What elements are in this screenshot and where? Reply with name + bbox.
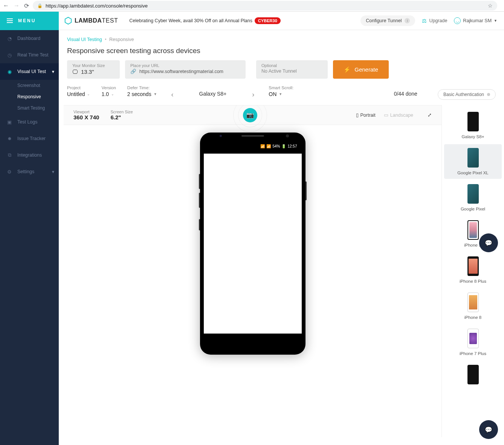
link-icon: ⧉	[6, 152, 13, 158]
version-select[interactable]: Version 1.0⌄	[101, 85, 116, 97]
smart-scroll-select[interactable]: Smart Scroll: ON▼	[269, 85, 293, 97]
sidebar-item-visualuitest[interactable]: ◉Visual UI Test▼	[0, 63, 59, 80]
prev-device-button[interactable]: ‹	[168, 91, 177, 99]
device-thumb-icon	[467, 220, 479, 240]
breadcrumb-separator: •	[105, 37, 106, 42]
device-card-next[interactable]	[444, 361, 502, 391]
project-select[interactable]: Project Untitled⌄	[67, 85, 90, 97]
menu-label: MENU	[18, 18, 36, 23]
progress-text: 0/44 done	[394, 85, 417, 97]
device-card-pixelxl[interactable]: Google Pixel XL	[444, 144, 502, 179]
back-icon[interactable]: ←	[3, 2, 9, 9]
status-time: 12:57	[287, 144, 297, 148]
volume-down-button	[199, 193, 200, 208]
user-menu[interactable]: ◡ Rajkumar SM ▼	[454, 17, 497, 24]
logo[interactable]: LAMBDATEST	[59, 17, 123, 25]
tunnel-value: No Active Tunnel	[261, 69, 297, 74]
chat-icon: 💬	[485, 426, 492, 433]
speaker-icon	[241, 135, 264, 137]
tunnel-select-box[interactable]: Optional No Active Tunnel	[256, 60, 328, 79]
device-thumb-icon	[467, 293, 479, 312]
eye-icon: ◉	[6, 68, 13, 75]
url-label: Place your URL	[130, 63, 240, 68]
sidebar-item-realtimetest[interactable]: ◷Real Time Test	[0, 47, 59, 63]
chevron-down-icon: ⌄	[87, 92, 90, 96]
monitor-label: Your Monitor Size	[72, 63, 115, 68]
configure-tunnel-button[interactable]: Configure Tunnel i	[360, 15, 415, 26]
device-card-galaxys8plus[interactable]: Galaxy S8+	[444, 108, 502, 143]
chevron-down-icon: ▼	[494, 19, 497, 23]
device-status-bar: 📶 📶 54% 🔋 12:57	[204, 139, 302, 154]
gear-icon: ⚙	[6, 168, 13, 175]
info-icon: i	[405, 18, 410, 23]
tunnel-label: Configure Tunnel	[366, 18, 402, 23]
sidebar: ◔Dashboard ◷Real Time Test ◉Visual UI Te…	[0, 30, 59, 445]
power-button	[305, 181, 307, 200]
chat-bubble[interactable]: 💬	[479, 420, 498, 439]
url-value: https://www.softwaretestingmaterial.com	[139, 69, 223, 74]
main-content: Visual UI Testing • Responsive Responsiv…	[59, 30, 504, 445]
url-input-box[interactable]: Place your URL 🔗https://www.softwaretest…	[125, 60, 246, 79]
star-icon[interactable]: ☆	[488, 3, 493, 9]
sidebar-item-integrations[interactable]: ⧉Integrations	[0, 147, 59, 163]
device-card-iphone7plus[interactable]: iPhone 7 Plus	[444, 325, 502, 360]
viewport-info: Viewport 360 X 740	[73, 110, 99, 120]
wifi-icon: 📶	[260, 144, 265, 148]
device-card-iphone8[interactable]: iPhone 8	[444, 289, 502, 323]
gauge-icon: ◔	[6, 35, 13, 42]
device-card-iphone8plus[interactable]: iPhone 8 Plus	[444, 253, 502, 287]
screenshot-button[interactable]: 📷	[243, 108, 257, 122]
forward-icon[interactable]: →	[14, 2, 20, 9]
page-title: Responsive screen testing across devices	[59, 44, 504, 60]
device-card-pixel[interactable]: Google Pixel	[444, 180, 502, 215]
volume-up-button	[199, 174, 200, 189]
device-thumb-icon	[467, 365, 479, 384]
sidebar-subitem-screenshot[interactable]: Screenshot	[0, 80, 59, 91]
bixby-button	[199, 219, 200, 230]
promo-code[interactable]: CYBER30	[255, 17, 281, 24]
chat-icon: 💬	[485, 239, 492, 247]
camera-icon: 📷	[246, 111, 254, 119]
settings-row: Project Untitled⌄ Version 1.0⌄ Defer Tim…	[59, 84, 504, 105]
preview-toolbar: Viewport 360 X 740 Screen Size 6.2" 📷	[64, 105, 441, 125]
device-screen[interactable]: 📶 📶 54% 🔋 12:57	[204, 139, 302, 349]
device-thumb-icon	[467, 256, 479, 276]
sidebar-item-dashboard[interactable]: ◔Dashboard	[0, 30, 59, 47]
landscape-toggle[interactable]: ▭Landscape	[384, 112, 413, 118]
logo-thin: TEST	[102, 17, 118, 24]
upgrade-link[interactable]: ⚖ Upgrade	[422, 18, 447, 24]
next-device-button[interactable]: ›	[249, 91, 257, 99]
logo-icon	[64, 17, 72, 25]
chat-bubble[interactable]: 💬	[479, 233, 498, 252]
generate-button[interactable]: ⚡ Generate	[333, 60, 389, 79]
toggle-indicator	[487, 93, 490, 96]
reload-icon[interactable]: ⟳	[24, 2, 29, 9]
bolt-icon: ⚡	[344, 66, 351, 73]
upgrade-icon: ⚖	[422, 18, 427, 24]
device-thumb-icon	[467, 329, 479, 348]
sidebar-item-issuetracker[interactable]: ✹Issue Tracker	[0, 130, 59, 147]
cube-icon: ▣	[6, 119, 13, 125]
breadcrumb-link[interactable]: Visual UI Testing	[67, 37, 102, 42]
portrait-toggle[interactable]: ▯Portrait	[356, 112, 376, 118]
device-picker[interactable]: Galaxy S8+ Google Pixel XL Google Pixel …	[441, 105, 504, 437]
screensize-info: Screen Size 6.2"	[110, 110, 133, 120]
sidebar-item-testlogs[interactable]: ▣Test Logs	[0, 114, 59, 130]
sidebar-item-settings[interactable]: ⚙Settings▼	[0, 163, 59, 180]
battery-icon: 🔋	[281, 144, 286, 148]
chevron-down-icon: ⌄	[111, 92, 114, 96]
sidebar-subitem-smarttesting[interactable]: Smart Testing	[0, 102, 59, 114]
signal-icon: 📶	[266, 144, 271, 148]
logo-bold: LAMBDA	[75, 17, 102, 24]
sidebar-subitem-responsive[interactable]: Responsive	[0, 91, 59, 102]
expand-icon[interactable]: ⤢	[428, 112, 432, 118]
menu-toggle[interactable]: MENU	[0, 12, 59, 30]
config-row: Your Monitor Size 🖵13.3" Place your URL …	[59, 60, 504, 84]
breadcrumb: Visual UI Testing • Responsive	[59, 30, 504, 44]
address-bar[interactable]: 🔒 https://app.lambdatest.com/console/res…	[33, 1, 497, 11]
promo-text: Celebrating Cyber Week, avail 30% Off on…	[129, 18, 252, 23]
basic-auth-toggle[interactable]: Basic Authentication	[438, 89, 496, 100]
chevron-down-icon: ▼	[51, 70, 55, 74]
defer-time-select[interactable]: Defer Time: 2 seconds▼	[127, 85, 157, 97]
url-text: https://app.lambdatest.com/console/respo…	[46, 3, 148, 9]
